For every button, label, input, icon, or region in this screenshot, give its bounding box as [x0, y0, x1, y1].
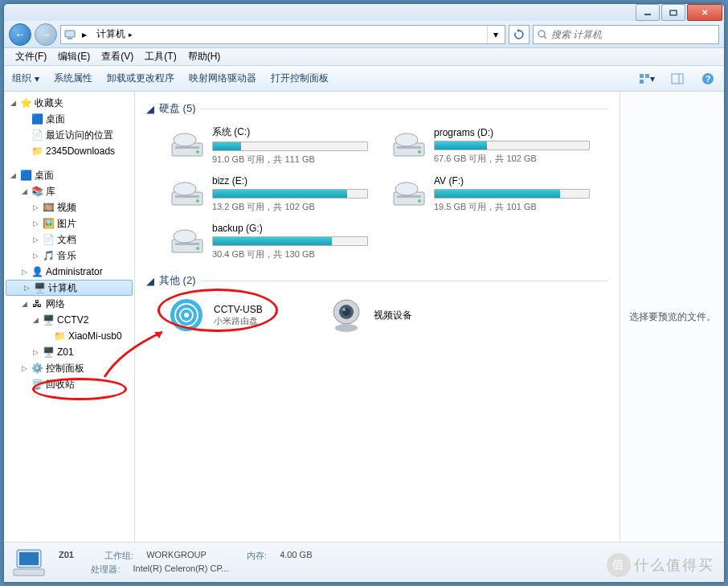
svg-point-40	[342, 308, 346, 311]
svg-rect-9	[672, 74, 683, 84]
webcam-label: 视频设备	[374, 309, 412, 322]
group-other[interactable]: ◢其他 (2)	[146, 273, 608, 288]
drive-bar	[212, 141, 368, 151]
svg-point-16	[174, 133, 196, 146]
pc-icon: 🖥️	[41, 346, 55, 359]
tree-videos[interactable]: ▷🎞️视频	[4, 199, 134, 215]
maximize-button[interactable]	[661, 4, 685, 21]
addr-segment-computer[interactable]: 计算机▸	[92, 27, 137, 41]
drive-bar	[434, 189, 590, 199]
tree-pictures[interactable]: ▷🖼️图片	[4, 215, 134, 232]
addr-root-dropdown[interactable]: ▸	[77, 29, 92, 40]
svg-point-4	[538, 31, 545, 37]
share-icon: 📁	[52, 330, 67, 342]
svg-rect-14	[175, 146, 199, 149]
user-icon: 👤	[30, 265, 44, 278]
watermark: 值什么值得买	[607, 553, 714, 577]
help-button[interactable]: ?	[700, 71, 716, 87]
tree-desktop[interactable]: ◢🟦桌面	[4, 167, 134, 183]
menubar: 文件(F) 编辑(E) 查看(V) 工具(T) 帮助(H)	[4, 48, 724, 66]
tree-desktop-fav[interactable]: 🟦桌面	[4, 111, 134, 127]
tree-documents[interactable]: ▷📄文档	[4, 232, 134, 248]
tree-favorites[interactable]: ◢⭐收藏夹	[4, 95, 134, 111]
document-icon: 📄	[41, 233, 55, 246]
cctv-usb-label: CCTV-USB	[214, 304, 263, 315]
menu-file[interactable]: 文件(F)	[10, 48, 51, 65]
drive-sub: 30.4 GB 可用，共 130 GB	[212, 248, 368, 260]
item-webcam[interactable]: 视频设备	[327, 296, 412, 334]
tb-mapdrive[interactable]: 映射网络驱动器	[189, 72, 256, 85]
back-button[interactable]: ←	[9, 23, 31, 46]
menu-view[interactable]: 查看(V)	[96, 48, 138, 65]
drive-0[interactable]: 系统 (C:)91.0 GB 可用，共 111 GB	[167, 124, 370, 167]
navbar: ← → ▸ 计算机▸ ▾	[4, 21, 724, 48]
addr-dropdown[interactable]: ▾	[487, 26, 503, 43]
svg-rect-18	[397, 146, 421, 149]
svg-rect-7	[645, 74, 649, 78]
menu-edit[interactable]: 编辑(E)	[53, 48, 95, 65]
view-mode-button[interactable]: ▾	[639, 71, 655, 87]
desktop-icon: 🟦	[30, 113, 44, 125]
tb-sysprops[interactable]: 系统属性	[54, 72, 92, 85]
webcam-icon	[327, 296, 366, 334]
tree-cctv2[interactable]: ◢🖥️CCTV2	[4, 312, 134, 328]
search-input[interactable]	[551, 29, 715, 40]
close-button[interactable]: ✕	[687, 4, 722, 21]
computer-icon	[63, 27, 77, 42]
preview-pane: 选择要预览的文件。	[620, 92, 724, 542]
drive-1[interactable]: programs (D:)67.6 GB 可用，共 102 GB	[389, 124, 591, 167]
recent-icon: 📄	[30, 129, 44, 141]
picture-icon: 🖼️	[41, 217, 55, 230]
group-hdd[interactable]: ◢硬盘 (5)	[146, 101, 608, 116]
video-icon: 🎞️	[41, 201, 55, 214]
nav-tree: ◢⭐收藏夹 🟦桌面 📄最近访问的位置 📁2345Downloads ◢🟦桌面 ◢…	[4, 92, 135, 542]
explorer-window: ✕ ← → ▸ 计算机▸ ▾ 文件(F) 编辑(E) 查看(V) 工具(T) 帮…	[3, 3, 725, 583]
control-icon: ⚙️	[30, 362, 44, 375]
drive-bar	[434, 141, 590, 150]
tree-recent[interactable]: 📄最近访问的位置	[4, 127, 134, 143]
statusbar: Z01 工作组: WORKGROUP 内存: 4.00 GB 处理器: Inte…	[4, 542, 724, 582]
drive-name: bizz (E:)	[212, 175, 368, 186]
main-content: ◢硬盘 (5) 系统 (C:)91.0 GB 可用，共 111 GBprogra…	[135, 92, 620, 542]
svg-rect-2	[65, 31, 75, 37]
menu-help[interactable]: 帮助(H)	[183, 48, 226, 65]
svg-point-36	[184, 313, 189, 318]
drive-sub: 13.2 GB 可用，共 102 GB	[212, 201, 368, 213]
network-icon: 🖧	[30, 297, 44, 310]
preview-pane-button[interactable]	[669, 71, 685, 87]
hdd-icon	[169, 179, 206, 210]
item-cctv-usb[interactable]: CCTV-USB小米路由盘	[167, 296, 263, 334]
svg-point-24	[174, 182, 196, 195]
svg-rect-30	[175, 243, 199, 245]
address-bar[interactable]: ▸ 计算机▸ ▾	[60, 25, 505, 44]
svg-rect-6	[640, 74, 644, 78]
tree-downloads[interactable]: 📁2345Downloads	[4, 143, 134, 159]
tree-libraries[interactable]: ◢📚库	[4, 183, 134, 199]
svg-rect-1	[670, 10, 677, 15]
tree-music[interactable]: ▷🎵音乐	[4, 248, 134, 264]
minimize-button[interactable]	[636, 4, 660, 21]
desktop-icon: 🟦	[18, 169, 33, 182]
search-icon	[537, 29, 548, 40]
svg-point-19	[418, 150, 421, 154]
search-box[interactable]	[533, 25, 719, 44]
tb-organize[interactable]: 组织 ▾	[12, 72, 39, 85]
drive-bar	[212, 189, 368, 199]
tree-xiaomi-usb0[interactable]: 📁XiaoMi-usb0	[4, 328, 134, 344]
drive-2[interactable]: bizz (E:)13.2 GB 可用，共 102 GB	[167, 174, 370, 215]
drive-bar	[212, 236, 368, 246]
drive-3[interactable]: AV (F:)19.5 GB 可用，共 101 GB	[389, 174, 591, 215]
tree-admin[interactable]: ▷👤Administrator	[4, 264, 134, 280]
tb-controlpanel[interactable]: 打开控制面板	[271, 72, 329, 85]
tb-uninstall[interactable]: 卸载或更改程序	[107, 72, 174, 85]
hdd-icon	[391, 179, 427, 210]
tree-network[interactable]: ◢🖧网络	[4, 296, 134, 312]
menu-tools[interactable]: 工具(T)	[140, 48, 181, 65]
tree-recycle[interactable]: 🗑️回收站	[4, 376, 134, 392]
tree-z01[interactable]: ▷🖥️Z01	[4, 344, 134, 360]
tree-control-panel[interactable]: ▷⚙️控制面板	[4, 360, 134, 376]
tree-computer[interactable]: ▷🖥️计算机	[6, 280, 133, 296]
refresh-button[interactable]	[509, 25, 530, 44]
forward-button[interactable]: →	[35, 23, 57, 46]
drive-4[interactable]: backup (G:)30.4 GB 可用，共 130 GB	[167, 221, 370, 262]
